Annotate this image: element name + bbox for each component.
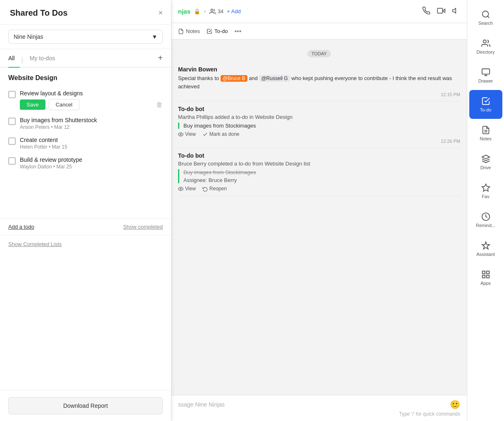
- msg-text-part-1: Special thanks to: [178, 75, 221, 81]
- svg-rect-2: [437, 8, 443, 13]
- chat-input[interactable]: ssage Nine Ninjas: [178, 401, 450, 408]
- svg-rect-18: [486, 275, 489, 278]
- msg-text-part-2: and: [249, 75, 259, 81]
- show-completed-lists-link[interactable]: Show Completed Lists: [8, 241, 62, 247]
- bot-desc-2: Bruce Berry completed a to-do from Websi…: [178, 161, 460, 167]
- nav-remind-label: Remind...: [476, 223, 495, 228]
- delete-icon-1[interactable]: 🗑: [156, 101, 163, 109]
- today-label: TODAY: [307, 50, 331, 57]
- channel-name: njas: [178, 8, 190, 15]
- todo-item-4: Build & review prototype Waylon Dalton •…: [8, 154, 163, 172]
- save-button-1[interactable]: Save: [20, 99, 45, 110]
- nav-directory-label: Directory: [476, 50, 494, 54]
- todo-actions-1: View Mark as done: [178, 131, 460, 137]
- members-count: 34: [218, 8, 223, 14]
- svg-rect-17: [482, 275, 485, 278]
- tab-notes[interactable]: Notes: [178, 25, 200, 38]
- chat-input-area: ssage Nine Ninjas 🙂 Type '/' for quick c…: [171, 395, 467, 421]
- more-tabs-icon[interactable]: •••: [235, 28, 242, 35]
- todo-date-2: Mar 12: [54, 124, 69, 130]
- todo-content-4: Build & review prototype Waylon Dalton •…: [20, 156, 163, 170]
- svg-point-6: [482, 11, 488, 17]
- todo-checkbox-4[interactable]: [8, 157, 16, 165]
- add-todo-link[interactable]: Add a todo: [8, 224, 34, 230]
- reopen-button-2[interactable]: Reopen: [202, 186, 227, 192]
- tab-my-todos[interactable]: My to-dos: [30, 55, 55, 66]
- nav-drive[interactable]: Drive: [469, 148, 502, 177]
- show-completed-lists-area: Show Completed Lists: [0, 235, 171, 253]
- todo-date-4: Mar 25: [56, 164, 71, 170]
- todo-tab-label: To-do: [214, 28, 228, 34]
- download-report-button[interactable]: Download Report: [8, 397, 163, 414]
- todo-assignee-2: Anson Peters: [20, 124, 50, 130]
- view-button-1[interactable]: View: [178, 131, 196, 137]
- search-icon: [481, 10, 490, 19]
- nav-assistant[interactable]: Assistant: [469, 234, 502, 263]
- message-time-1: 12:15 PM: [178, 92, 460, 97]
- add-members-button[interactable]: + Add: [227, 8, 241, 14]
- todo-assignee-4: Waylon Dalton: [20, 164, 52, 170]
- tab-all[interactable]: All: [8, 55, 15, 66]
- speaker-icon[interactable]: [452, 7, 460, 17]
- nav-notes[interactable]: Notes: [469, 119, 502, 148]
- todo-checkbox-2[interactable]: [8, 118, 16, 125]
- nav-drawer[interactable]: Drawer: [469, 61, 502, 90]
- mark-done-button-1[interactable]: Mark as done: [202, 131, 240, 137]
- nav-search-label: Search: [478, 21, 493, 26]
- emoji-icon[interactable]: 🙂: [450, 400, 460, 409]
- panel-header: Shared To Dos ×: [0, 0, 171, 25]
- message-3: To-do bot Bruce Berry completed a to-do …: [178, 148, 460, 196]
- panel-bottom-links: Add a todo Show completed: [0, 218, 171, 235]
- todo-item-3: Create content Helen Potter • Mar 15: [8, 134, 163, 152]
- svg-marker-13: [482, 184, 489, 191]
- todo-dot-2: •: [51, 124, 54, 130]
- todo-tabs: All | My to-dos +: [0, 49, 171, 68]
- mention-bruce: @Bruce B: [221, 75, 247, 82]
- panel-title: Shared To Dos: [10, 8, 68, 18]
- drive-icon: [481, 154, 490, 163]
- nav-todo[interactable]: To-do: [469, 90, 502, 119]
- nav-remind[interactable]: Remind...: [469, 206, 502, 234]
- nav-fav[interactable]: Fav: [469, 177, 502, 206]
- todo-meta-2: Anson Peters • Mar 12: [20, 124, 163, 130]
- panel-close-button[interactable]: ×: [158, 9, 163, 17]
- cancel-button-1[interactable]: Cancel: [49, 99, 79, 110]
- add-tab-button[interactable]: +: [158, 53, 163, 67]
- todo-checkbox-1[interactable]: [8, 91, 16, 98]
- chat-header-right: [422, 7, 460, 17]
- nav-drawer-label: Drawer: [478, 78, 493, 83]
- nav-directory[interactable]: Directory: [469, 32, 502, 61]
- right-nav: Search Directory Drawer To-do Notes Driv…: [467, 0, 504, 421]
- separator: •: [204, 8, 206, 15]
- todo-title-3: Create content: [20, 137, 163, 143]
- message-2: To-do bot Martha Phillips added a to-do …: [178, 102, 460, 148]
- download-report-area: Download Report: [0, 390, 171, 421]
- workspace-dropdown[interactable]: Nine Ninjas ▼: [8, 30, 163, 44]
- bot-sender-1: To-do bot: [178, 106, 460, 112]
- nav-apps[interactable]: Apps: [469, 263, 502, 292]
- chat-messages: TODAY Marvin Bowen Special thanks to @Br…: [171, 40, 467, 395]
- svg-marker-12: [482, 155, 489, 159]
- view-button-2[interactable]: View: [178, 186, 196, 192]
- video-icon[interactable]: [437, 7, 445, 17]
- drawer-icon: [481, 68, 490, 77]
- phone-icon[interactable]: [422, 7, 430, 17]
- notes-tab-label: Notes: [186, 28, 200, 34]
- todo-title-4: Build & review prototype: [20, 156, 163, 163]
- show-completed-link[interactable]: Show completed: [123, 224, 163, 230]
- todo-assignee-3: Helen Potter: [20, 144, 48, 150]
- shared-todos-panel: Shared To Dos × Nine Ninjas ▼ All | My t…: [0, 0, 171, 421]
- todo-title-2: Buy images from Shutterstock: [20, 117, 163, 123]
- chat-header: njas 🔒 • 34 + Add: [171, 0, 467, 23]
- todo-checkbox-3[interactable]: [8, 137, 16, 145]
- section-title: Website Design: [8, 74, 163, 82]
- assistant-icon: [481, 241, 490, 250]
- nav-todo-label: To-do: [480, 107, 492, 112]
- tab-underline: [8, 67, 20, 68]
- tab-todo[interactable]: To-do: [207, 25, 228, 38]
- svg-rect-9: [482, 69, 489, 74]
- todo-dot-3: •: [49, 144, 52, 150]
- svg-rect-16: [486, 271, 489, 274]
- chevron-down-icon: ▼: [152, 33, 157, 40]
- nav-search[interactable]: Search: [469, 3, 502, 32]
